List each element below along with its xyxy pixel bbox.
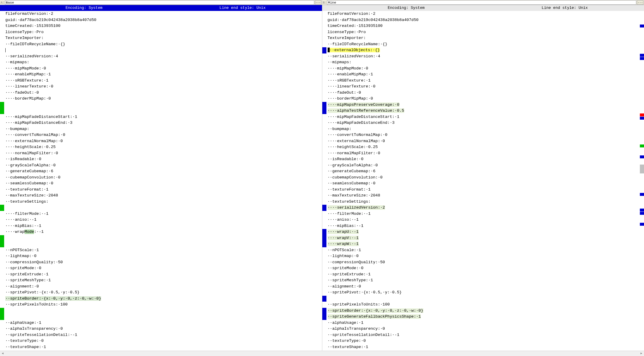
code-line[interactable]: ··textureShape:·1 <box>5 344 322 350</box>
code-line[interactable]: ····sRGBTexture:·1 <box>5 78 322 84</box>
code-line[interactable]: ····convertToNormalMap:·0 <box>328 132 640 138</box>
code-line[interactable]: ··textureFormat:·1 <box>328 187 640 193</box>
code-line[interactable]: ··seamlessCubemap:·0 <box>5 181 322 187</box>
code-line[interactable]: ····heightScale:·0.25 <box>328 144 640 150</box>
code-line[interactable]: ····mipBias:·-1 <box>328 223 640 229</box>
code-line[interactable]: ··spritePivot:·{x:·0.5,·y:·0.5} <box>328 290 640 296</box>
code-line[interactable]: ··fileIDToRecycleName:·{} <box>5 41 322 48</box>
code-line[interactable] <box>5 308 322 314</box>
code-line[interactable]: fileFormatVersion:·2 <box>5 11 322 17</box>
right-path-input[interactable]: Mine <box>327 0 636 5</box>
code-line[interactable]: ··spriteTessellationDetail:·-1 <box>328 332 640 338</box>
code-line[interactable]: ····wrapW:·-1 <box>328 241 640 247</box>
code-line[interactable]: ····mipBias:·-1 <box>5 223 322 229</box>
minimap-marker[interactable] <box>640 193 644 196</box>
code-line[interactable]: ··serializedVersion:·4 <box>5 53 322 60</box>
code-line[interactable]: ····normalMapFilter:·0 <box>5 150 322 157</box>
code-line[interactable]: guid:·daf78acb219c042438a2038b8a407d50 <box>5 17 322 23</box>
minimap-marker[interactable] <box>640 57 644 60</box>
code-line[interactable]: ··spriteBorder:·{x:·0,·y:·0,·z:·0,·w:·0} <box>5 296 322 302</box>
code-line[interactable]: ··spriteExtrude:·1 <box>328 272 640 278</box>
code-line[interactable]: ····serializedVersion:·2 <box>328 205 640 211</box>
code-line[interactable]: ··grayScaleToAlpha:·0 <box>328 162 640 169</box>
code-line[interactable]: ··lightmap:·0 <box>5 253 322 259</box>
minimap-marker[interactable] <box>640 113 644 116</box>
code-line[interactable]: ··textureSettings: <box>5 199 322 205</box>
code-line[interactable]: TextureImporter: <box>5 35 322 41</box>
code-line[interactable]: ··alphaIsTransparency:·0 <box>328 326 640 332</box>
code-line[interactable]: ··spritePixelsToUnits:·100 <box>328 302 640 308</box>
code-line[interactable]: ··maxTextureSize:·2048 <box>328 193 640 199</box>
code-line[interactable] <box>5 314 322 320</box>
code-line[interactable]: ····filterMode:·-1 <box>328 211 640 217</box>
code-line[interactable]: ····mipMapMode:·0 <box>5 66 322 72</box>
code-line[interactable]: ··spriteMode:·0 <box>5 265 322 272</box>
code-line[interactable]: ····mipMapFadeDistanceEnd:·3 <box>328 120 640 126</box>
code-line[interactable]: ··alphaIsTransparency:·0 <box>5 326 322 332</box>
code-line[interactable]: ····aniso:·-1 <box>5 217 322 223</box>
code-line[interactable]: ····borderMipMap:·0 <box>328 96 640 102</box>
right-minimap[interactable] <box>640 11 644 356</box>
code-line[interactable]: ··textureFormat:·1 <box>5 187 322 193</box>
code-line[interactable]: ····aniso:·-1 <box>328 217 640 223</box>
code-line[interactable]: guid:·daf78acb219c042438a2038b8a407d50 <box>328 17 640 23</box>
code-line[interactable]: ··textureSettings: <box>328 199 640 205</box>
code-line[interactable]: ····alphaTestReferenceValue:·0.5 <box>328 108 640 114</box>
code-line[interactable]: ··alignment:·0 <box>5 284 322 290</box>
code-line[interactable] <box>5 241 322 247</box>
code-line[interactable] <box>5 108 322 114</box>
code-line[interactable]: ··compressionQuality:·50 <box>328 259 640 266</box>
code-line[interactable] <box>5 235 322 241</box>
code-line[interactable]: ··lightmap:·0 <box>328 253 640 259</box>
code-line[interactable]: fileFormatVersion:·2 <box>328 11 640 17</box>
code-line[interactable]: ··isReadable:·0 <box>328 156 640 162</box>
left-browse-button[interactable]: ... <box>315 0 321 5</box>
code-line[interactable]: ··spriteMeshType:·1 <box>328 277 640 284</box>
code-line[interactable] <box>5 102 322 108</box>
code-line[interactable]: ····enableMipMap:·1 <box>328 71 640 78</box>
minimap-marker[interactable] <box>640 117 644 120</box>
code-line[interactable]: ··spriteGenerateFallbackPhysicsShape:·1 <box>328 314 640 320</box>
code-line[interactable]: ··spriteExtrude:·1 <box>5 272 322 278</box>
code-line[interactable]: ··alphaUsage:·1 <box>5 320 322 326</box>
left-code[interactable]: fileFormatVersion:·2guid:·daf78acb219c04… <box>4 11 322 356</box>
code-line[interactable]: ··spritePixelsToUnits:·100 <box>5 302 322 308</box>
code-line[interactable]: ····mipMapsPreserveCoverage:·0 <box>328 102 640 108</box>
code-line[interactable]: ··serializedVersion:·4 <box>328 53 640 60</box>
code-line[interactable]: ····convertToNormalMap:·0 <box>5 132 322 138</box>
hscroll-left-arrow[interactable]: ◄ <box>0 352 5 355</box>
code-line[interactable]: ····externalNormalMap:·0 <box>328 138 640 144</box>
code-line[interactable]: ··textureShape:·1 <box>328 344 640 350</box>
code-line[interactable]: ····normalMapFilter:·0 <box>328 150 640 157</box>
code-line[interactable]: ··textureType:·0 <box>5 338 322 344</box>
code-line[interactable]: ····mipMapFadeDistanceStart:·1 <box>5 114 322 120</box>
code-line[interactable]: ····externalNormalMap:·0 <box>5 138 322 144</box>
code-line[interactable]: ····wrapMode:·-1 <box>5 229 322 235</box>
code-line[interactable]: ··grayScaleToAlpha:·0 <box>5 162 322 169</box>
code-line[interactable]: ····sRGBTexture:·1 <box>328 78 640 84</box>
code-line[interactable] <box>5 205 322 211</box>
code-line[interactable]: ····wrapU:·-1 <box>328 229 640 235</box>
code-line[interactable]: licenseType:·Pro <box>328 29 640 35</box>
code-line[interactable]: ··isReadable:·0 <box>5 156 322 162</box>
code-line[interactable]: TextureImporter: <box>328 35 640 41</box>
code-line[interactable]: ····enableMipMap:·1 <box>5 71 322 78</box>
minimap-marker[interactable] <box>640 212 644 215</box>
minimap-marker[interactable] <box>640 54 644 57</box>
code-line[interactable]: ··textureType:·0 <box>328 338 640 344</box>
code-line[interactable]: ··mipmaps: <box>328 59 640 66</box>
minimap-viewport[interactable] <box>640 165 644 173</box>
code-line[interactable]: ····filterMode:·-1 <box>5 211 322 217</box>
code-line[interactable]: timeCreated:·1513935100 <box>5 23 322 29</box>
minimap-marker[interactable] <box>640 223 644 226</box>
code-line[interactable]: ··alignment:·0 <box>328 284 640 290</box>
code-line[interactable]: ····fadeOut:·0 <box>5 90 322 96</box>
code-line[interactable]: ····wrapV:·-1 <box>328 235 640 241</box>
code-line[interactable]: ··cubemapConvolution:·0 <box>328 175 640 181</box>
code-line[interactable]: ··maxTextureSize:·2048 <box>5 193 322 199</box>
right-browse-button[interactable]: ... <box>637 0 643 5</box>
code-line[interactable]: ··spriteMeshType:·1 <box>5 277 322 284</box>
code-line[interactable]: ··spritePivot:·{x:·0.5,·y:·0.5} <box>5 290 322 296</box>
code-line[interactable] <box>328 296 640 302</box>
right-content[interactable]: fileFormatVersion:·2guid:·daf78acb219c04… <box>322 11 644 356</box>
